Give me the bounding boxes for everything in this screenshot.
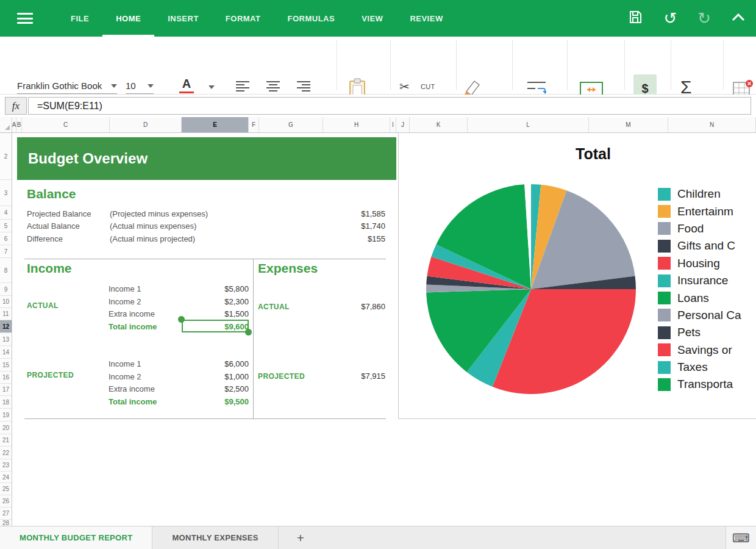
font-family-select[interactable]: Franklin Gothic Book [17, 78, 117, 94]
column-header-A[interactable]: A [12, 117, 16, 132]
column-header-B[interactable]: B [16, 117, 22, 132]
column-header-F[interactable]: F [249, 117, 259, 132]
column-header-I[interactable]: I [390, 117, 396, 132]
menu-tab-insert[interactable]: INSERT [154, 0, 212, 37]
menu-tab-view[interactable]: VIEW [348, 0, 396, 37]
sheet-tab-bar: MONTHLY BUDGET REPORTMONTHLY EXPENSES + … [0, 526, 756, 549]
column-header-C[interactable]: C [22, 117, 110, 132]
legend-swatch [658, 240, 671, 253]
row-header-3[interactable]: 3 [0, 180, 12, 206]
selection-handle-top-left[interactable] [178, 316, 185, 323]
font-size-select[interactable]: 10 [126, 78, 154, 94]
font-color-dropdown-icon[interactable] [209, 85, 215, 89]
legend-label: Housing [677, 257, 720, 270]
income-row[interactable]: Income 2$2,300 [109, 295, 249, 308]
legend-item-entertainm: Entertainm [658, 203, 741, 220]
row-header-10[interactable]: 10 [0, 296, 12, 308]
menu-tab-format[interactable]: FORMAT [212, 0, 274, 37]
row-header-18[interactable]: 18 [0, 396, 12, 409]
row-header-26[interactable]: 26 [0, 495, 12, 508]
row-header-5[interactable]: 5 [0, 220, 12, 232]
balance-row[interactable]: Projected Balance(Projected minus expens… [27, 207, 385, 220]
budget-overview-banner: Budget Overview [17, 137, 396, 180]
income-row[interactable]: Income 2$1,000 [109, 370, 249, 383]
income-row[interactable]: Income 1$6,000 [109, 357, 249, 370]
fx-button[interactable]: fx [5, 97, 27, 115]
legend-label: Loans [677, 292, 709, 305]
column-header-G[interactable]: G [259, 117, 323, 132]
row-header-15[interactable]: 15 [0, 359, 12, 371]
row-header-11[interactable]: 11 [0, 308, 12, 320]
menu-tab-file[interactable]: FILE [57, 0, 102, 37]
row-header-27[interactable]: 27 [0, 508, 12, 520]
legend-item-personal-ca: Personal Ca [658, 307, 741, 324]
cell-selection-box[interactable] [182, 320, 249, 332]
legend-label: Entertainm [677, 205, 733, 218]
column-header-H[interactable]: H [323, 117, 390, 132]
balance-row-label: Difference [27, 234, 110, 243]
select-all-corner[interactable] [0, 117, 12, 132]
row-header-20[interactable]: 20 [0, 422, 12, 434]
pie-chart-object[interactable]: Total ChildrenEntertainmFoodGifts and CH… [398, 133, 756, 419]
row-header-22[interactable]: 22 [0, 447, 12, 459]
row-header-19[interactable]: 19 [0, 409, 12, 422]
expenses-actual-row[interactable]: ACTUAL $7,860 [258, 300, 385, 313]
column-header-E[interactable]: E [182, 117, 249, 132]
collapse-ribbon-icon[interactable] [732, 13, 745, 24]
scissors-icon[interactable]: ✂ [399, 79, 410, 94]
column-header-M[interactable]: M [589, 117, 668, 132]
column-header-J[interactable]: J [396, 117, 410, 132]
income-row[interactable]: Income 1$5,800 [109, 282, 249, 295]
sheet-tab-monthly-expenses[interactable]: MONTHLY EXPENSES [152, 526, 278, 549]
legend-swatch [658, 257, 671, 270]
chevron-down-icon [148, 84, 154, 88]
row-header-2[interactable]: 2 [0, 133, 12, 180]
column-header-K[interactable]: K [410, 117, 468, 132]
row-header-9[interactable]: 9 [0, 283, 12, 296]
income-expense-divider-line [253, 259, 254, 418]
row-header-21[interactable]: 21 [0, 434, 12, 447]
cut-button[interactable]: CUT [421, 83, 435, 90]
row-header-17[interactable]: 17 [0, 384, 12, 396]
income-row[interactable]: Extra income$2,500 [109, 382, 249, 395]
save-icon[interactable] [628, 10, 643, 27]
keyboard-toggle-button[interactable]: ⌨ [726, 526, 756, 549]
row-header-6[interactable]: 6 [0, 232, 12, 245]
income-row-value: $2,500 [224, 384, 249, 393]
undo-icon[interactable]: ↺ [663, 10, 677, 26]
column-header-L[interactable]: L [468, 117, 589, 132]
row-header-14[interactable]: 14 [0, 346, 12, 359]
column-header-N[interactable]: N [668, 117, 756, 132]
selection-handle-bottom-right[interactable] [245, 329, 252, 336]
row-header-16[interactable]: 16 [0, 371, 12, 384]
expenses-projected-row[interactable]: PROJECTED $7,915 [258, 370, 385, 382]
redo-icon[interactable]: ↻ [697, 10, 711, 26]
row-header-24[interactable]: 24 [0, 472, 12, 483]
row-header-7[interactable]: 7 [0, 245, 12, 258]
row-header-8[interactable]: 8 [0, 258, 12, 283]
menu-tab-review[interactable]: REVIEW [396, 0, 456, 37]
formula-input[interactable]: =SUM(E9:E11) [28, 97, 751, 115]
column-header-D[interactable]: D [110, 117, 182, 132]
row-header-12[interactable]: 12 [0, 320, 12, 333]
legend-label: Transporta [677, 378, 733, 391]
sheet-tab-monthly-budget-report[interactable]: MONTHLY BUDGET REPORT [0, 526, 152, 549]
income-row[interactable]: Total income$9,500 [109, 395, 249, 408]
row-header-13[interactable]: 13 [0, 333, 12, 346]
row-header-23[interactable]: 23 [0, 459, 12, 472]
menu-tab-bar: FILEHOMEINSERTFORMATFORMULASVIEWREVIEW [57, 0, 457, 37]
font-color-button[interactable]: A [179, 77, 194, 93]
balance-row[interactable]: Difference(Actual minus projected)$155 [27, 232, 385, 245]
align-center-icon[interactable] [266, 81, 280, 94]
sheet-canvas[interactable]: Budget Overview Balance Projected Balanc… [12, 133, 756, 526]
section-divider-line [24, 259, 386, 259]
hamburger-menu-icon[interactable] [17, 13, 33, 24]
align-left-icon[interactable] [235, 81, 250, 94]
row-header-25[interactable]: 25 [0, 483, 12, 495]
menu-tab-formulas[interactable]: FORMULAS [274, 0, 348, 37]
balance-row[interactable]: Actual Balance(Actual minus expenses)$1,… [27, 220, 385, 233]
add-sheet-button[interactable]: + [279, 526, 323, 549]
align-right-icon[interactable] [296, 81, 311, 94]
menu-tab-home[interactable]: HOME [102, 0, 154, 37]
row-header-4[interactable]: 4 [0, 206, 12, 220]
